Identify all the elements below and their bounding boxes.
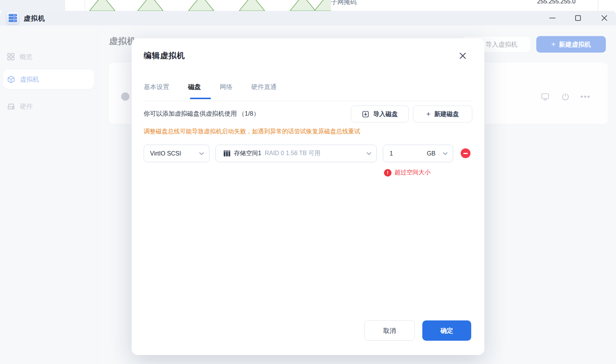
disk-size-unit: GB bbox=[427, 150, 435, 157]
active-tab-underline bbox=[190, 98, 211, 99]
app-title: 虚拟机 bbox=[24, 14, 45, 23]
import-disk-button[interactable]: 导入磁盘 bbox=[351, 106, 409, 122]
modal-title: 编辑虚拟机 bbox=[144, 50, 185, 61]
tab-basic-settings[interactable]: 基本设置 bbox=[144, 83, 169, 95]
bus-select[interactable]: VirtIO SCSI bbox=[144, 145, 209, 162]
tab-passthrough[interactable]: 硬件直通 bbox=[251, 83, 277, 95]
disk-description: 你可以添加虚拟磁盘供虚拟机使用 （1/8） bbox=[144, 110, 259, 118]
modal-close-icon[interactable] bbox=[457, 50, 468, 61]
tab-network[interactable]: 网络 bbox=[220, 83, 232, 95]
storage-detail: RAID 0 1.56 TB 可用 bbox=[265, 150, 320, 157]
background-card-fragment bbox=[65, 0, 74, 11]
disk-size-input[interactable] bbox=[390, 150, 412, 157]
chevron-down-icon[interactable] bbox=[443, 152, 448, 155]
ok-button[interactable]: 确定 bbox=[422, 320, 471, 341]
titlebar: 虚拟机 bbox=[0, 11, 616, 26]
bus-change-warning: 调整磁盘总线可能导致虚拟机启动失败，如遇到异常的话尝试恢复原磁盘总线重试 bbox=[144, 128, 360, 136]
tab-disk[interactable]: 磁盘 bbox=[188, 83, 201, 95]
disk-row: VirtIO SCSI 存储空间1 bbox=[144, 145, 472, 162]
edit-vm-modal: 编辑虚拟机 基本设置 磁盘 网络 硬件直通 你可以添加虚拟磁盘供虚拟机使用 （1… bbox=[132, 38, 484, 355]
remove-disk-button[interactable] bbox=[461, 148, 470, 158]
import-disk-icon bbox=[362, 110, 369, 118]
vm-app-window: 虚拟机 概览 bbox=[0, 11, 616, 364]
divider bbox=[144, 101, 472, 101]
storage-name: 存储空间1 bbox=[234, 150, 261, 157]
background-window-strip: 子网掩码 255.255.255.0 bbox=[0, 0, 616, 11]
cancel-button[interactable]: 取消 bbox=[364, 320, 415, 341]
size-error: ! 超过空间大小 bbox=[384, 169, 431, 177]
storage-select[interactable]: 存储空间1 RAID 0 1.56 TB 可用 bbox=[215, 145, 377, 162]
chevron-down-icon bbox=[199, 152, 204, 155]
disk-toolbar: 你可以添加虚拟磁盘供虚拟机使用 （1/8） 导入磁盘 + 新建磁盘 bbox=[144, 106, 472, 122]
size-error-text: 超过空间大小 bbox=[394, 169, 431, 177]
new-disk-label: 新建磁盘 bbox=[434, 110, 459, 118]
window-minimize-button[interactable] bbox=[546, 12, 559, 24]
import-disk-label: 导入磁盘 bbox=[373, 110, 398, 118]
subnet-mask-value: 255.255.255.0 bbox=[537, 0, 575, 5]
error-exclamation-icon: ! bbox=[384, 169, 391, 177]
divider bbox=[598, 0, 598, 11]
window-close-button[interactable] bbox=[598, 12, 611, 24]
chevron-down-icon bbox=[367, 152, 371, 155]
screen: 子网掩码 255.255.255.0 bbox=[0, 0, 616, 364]
window-maximize-button[interactable] bbox=[572, 12, 584, 24]
storage-icon bbox=[223, 150, 231, 157]
network-chart-fragment bbox=[85, 0, 331, 11]
modal-tabs: 基本设置 磁盘 网络 硬件直通 bbox=[144, 83, 277, 95]
subnet-mask-label: 子网掩码 bbox=[331, 0, 357, 6]
background-sidebar-fragment bbox=[0, 0, 65, 11]
bus-value: VirtIO SCSI bbox=[150, 150, 181, 157]
plus-icon: + bbox=[426, 110, 430, 118]
new-disk-button[interactable]: + 新建磁盘 bbox=[413, 106, 472, 122]
app-logo-icon bbox=[6, 12, 19, 24]
disk-size-field: GB bbox=[383, 145, 453, 162]
